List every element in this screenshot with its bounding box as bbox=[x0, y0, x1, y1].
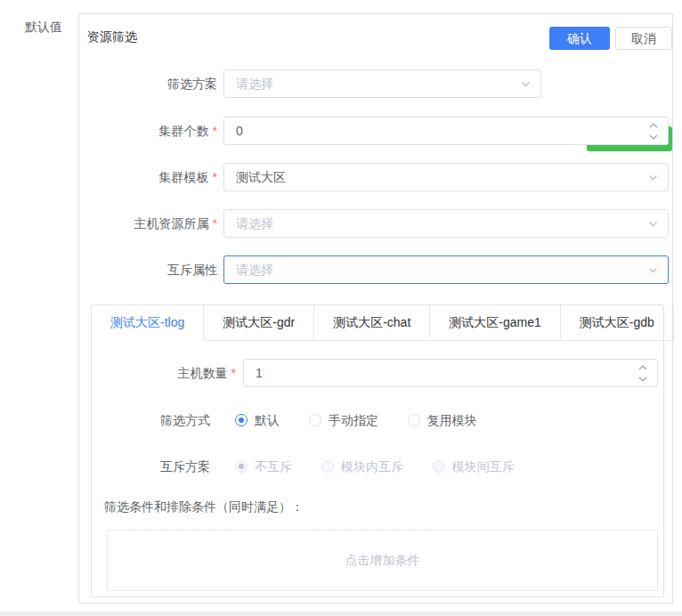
host-count-row: 主机数量* bbox=[92, 359, 663, 387]
cluster-template-label: 集群模板* bbox=[79, 163, 217, 191]
host-count-label: 主机数量* bbox=[92, 359, 236, 387]
tab-game1[interactable]: 测试大区-game1 bbox=[430, 305, 560, 341]
section-label: 默认值 bbox=[25, 20, 62, 36]
filter-plan-row: 筛选方案 请选择 保存筛选方案 bbox=[79, 69, 672, 98]
mutex-attribute-label: 互斥属性 bbox=[79, 255, 217, 284]
cluster-template-label-text: 集群模板 bbox=[159, 170, 209, 184]
cluster-tabs-card: 测试大区-tlog 测试大区-gdr 测试大区-chat 测试大区-game1 … bbox=[91, 304, 664, 597]
filter-plan-label-text: 筛选方案 bbox=[167, 77, 217, 91]
chevron-down-icon bbox=[647, 264, 659, 276]
spinner-down-icon[interactable] bbox=[637, 375, 649, 383]
radio-unchecked-disabled-icon bbox=[321, 460, 334, 473]
required-mark: * bbox=[231, 366, 236, 380]
filter-plan-select[interactable]: 请选择 bbox=[223, 69, 541, 98]
radio-unchecked-icon bbox=[408, 414, 420, 426]
required-mark: * bbox=[213, 124, 217, 138]
radio-checked-disabled-icon bbox=[235, 460, 248, 473]
radio-unchecked-disabled-icon bbox=[433, 460, 445, 473]
radio-filter-mode-default[interactable]: 默认 bbox=[235, 406, 280, 434]
radio-filter-mode-manual[interactable]: 手动指定 bbox=[309, 406, 378, 434]
chevron-down-icon bbox=[647, 218, 659, 230]
mutex-plan-row: 互斥方案 不互斥 模块内互斥 模块间互斥 bbox=[92, 452, 663, 481]
filter-mode-radio-group: 默认 手动指定 复用模块 bbox=[235, 406, 503, 436]
host-count-input-wrap bbox=[243, 359, 658, 387]
tab-chat[interactable]: 测试大区-chat bbox=[314, 305, 430, 341]
radio-label: 复用模块 bbox=[427, 406, 477, 434]
filter-mode-row: 筛选方式 默认 手动指定 复用模块 bbox=[92, 406, 663, 434]
mutex-attribute-placeholder: 请选择 bbox=[236, 256, 273, 283]
mutex-attribute-label-text: 互斥属性 bbox=[167, 263, 217, 277]
mutex-plan-radio-group: 不互斥 模块内互斥 模块间互斥 bbox=[235, 452, 540, 482]
conditions-label: 筛选条件和排除条件（同时满足）： bbox=[104, 498, 304, 515]
panel-title: 资源筛选 bbox=[87, 29, 137, 45]
filter-plan-placeholder: 请选择 bbox=[236, 70, 273, 97]
host-count-input[interactable] bbox=[244, 360, 657, 386]
filter-mode-label: 筛选方式 bbox=[92, 406, 210, 434]
chevron-down-icon bbox=[520, 78, 532, 90]
mutex-attribute-row: 互斥属性 请选择 bbox=[79, 255, 672, 284]
cancel-button[interactable]: 取消 bbox=[615, 27, 672, 50]
mutex-attribute-select[interactable]: 请选择 bbox=[223, 255, 669, 284]
radio-unchecked-icon bbox=[309, 414, 321, 426]
cluster-count-spinner bbox=[647, 121, 660, 141]
host-resource-select[interactable]: 请选择 bbox=[223, 209, 669, 238]
cluster-template-value: 测试大区 bbox=[236, 164, 286, 190]
host-resource-label-text: 主机资源所属 bbox=[134, 216, 209, 231]
add-condition-text: 点击增加条件 bbox=[345, 553, 420, 567]
radio-label: 手动指定 bbox=[329, 406, 378, 434]
required-mark: * bbox=[213, 170, 217, 184]
radio-label: 模块内互斥 bbox=[341, 452, 403, 481]
cluster-template-select[interactable]: 测试大区 bbox=[223, 163, 669, 191]
host-resource-row: 主机资源所属* 请选择 bbox=[79, 209, 672, 238]
radio-filter-mode-reuse[interactable]: 复用模块 bbox=[408, 406, 477, 434]
resource-filter-panel: 资源筛选 确认 取消 筛选方案 请选择 保存筛选方案 集群个数* 集群模板* bbox=[78, 13, 673, 604]
cluster-template-row: 集群模板* 测试大区 bbox=[79, 163, 672, 191]
cluster-count-label: 集群个数* bbox=[79, 117, 217, 145]
host-resource-label: 主机资源所属* bbox=[79, 209, 217, 238]
required-mark: * bbox=[213, 216, 217, 231]
tab-tlog[interactable]: 测试大区-tlog bbox=[92, 305, 204, 341]
radio-label: 不互斥 bbox=[255, 452, 292, 481]
cluster-count-row: 集群个数* bbox=[79, 117, 672, 145]
cluster-count-label-text: 集群个数 bbox=[159, 124, 209, 138]
filter-plan-label: 筛选方案 bbox=[79, 69, 217, 98]
section-bottom-divider bbox=[0, 612, 682, 616]
tab-bar: 测试大区-tlog 测试大区-gdr 测试大区-chat 测试大区-game1 … bbox=[92, 305, 663, 341]
radio-checked-icon bbox=[235, 414, 248, 426]
spinner-down-icon[interactable] bbox=[647, 133, 660, 141]
host-resource-placeholder: 请选择 bbox=[236, 210, 273, 237]
spinner-up-icon[interactable] bbox=[637, 363, 649, 371]
host-count-label-text: 主机数量 bbox=[178, 366, 228, 380]
radio-mutex-none: 不互斥 bbox=[235, 452, 292, 481]
spinner-up-icon[interactable] bbox=[647, 121, 660, 129]
cluster-count-input[interactable] bbox=[224, 118, 668, 144]
cluster-count-input-wrap bbox=[223, 117, 669, 145]
tab-gdr[interactable]: 测试大区-gdr bbox=[204, 305, 314, 341]
radio-mutex-between-modules: 模块间互斥 bbox=[433, 452, 515, 481]
mutex-plan-label: 互斥方案 bbox=[92, 452, 210, 481]
radio-mutex-in-module: 模块内互斥 bbox=[321, 452, 403, 481]
add-condition-dropzone[interactable]: 点击增加条件 bbox=[107, 530, 658, 591]
confirm-button[interactable]: 确认 bbox=[549, 27, 610, 50]
tab-gdb[interactable]: 测试大区-gdb bbox=[561, 305, 674, 341]
chevron-down-icon bbox=[647, 172, 659, 183]
radio-label: 默认 bbox=[255, 406, 280, 434]
radio-label: 模块间互斥 bbox=[452, 452, 515, 481]
host-count-spinner bbox=[637, 363, 649, 383]
